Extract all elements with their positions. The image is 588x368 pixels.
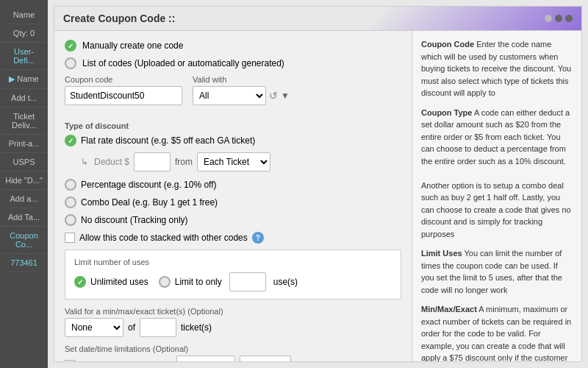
sidebar-item-usps[interactable]: USPS	[0, 153, 48, 171]
help-coupon-code-title: Coupon Code	[421, 40, 474, 49]
only-valid-label: Only valid starting after:	[79, 360, 172, 361]
help-limit-uses: Limit Uses You can limit the number of t…	[421, 247, 573, 296]
deduct-label: Deduct $	[94, 157, 129, 167]
coupon-input-row: Coupon code Valid with All ↺ ▼	[65, 75, 401, 113]
limit-to-label: Limit to only	[175, 277, 222, 287]
help-coupon-type-text2: Another option is to setup a combo deal …	[421, 180, 573, 241]
sidebar-item-coupon[interactable]: Coupon Co...	[0, 227, 48, 254]
radio-no-discount[interactable]: No discount (Tracking only)	[65, 214, 401, 226]
limit-section-title: Limit number of uses	[74, 258, 392, 266]
sidebar-item-add[interactable]: Add t...	[0, 89, 48, 107]
stacked-checkbox-row[interactable]: Allow this code to stacked with other co…	[65, 232, 401, 244]
sidebar-item-add-ta[interactable]: Add Ta...	[0, 208, 48, 227]
sidebar-item-user-def[interactable]: User-Defi...	[0, 43, 48, 70]
of-label: of	[128, 322, 135, 333]
sidebar-item-add2[interactable]: Add a...	[0, 190, 48, 208]
each-ticket-select[interactable]: Each Ticket	[197, 152, 270, 171]
modal-panel: Create Coupon Code :: Manually create on…	[54, 6, 582, 362]
date-limit-checkbox[interactable]	[65, 360, 75, 361]
minmax-select[interactable]: None	[65, 318, 123, 337]
sidebar-item-hide[interactable]: Hide "D..."	[0, 171, 48, 190]
stacked-checkbox[interactable]	[65, 233, 75, 243]
minmax-field: Valid for a min/max/exact ticket(s) (Opt…	[65, 307, 401, 337]
modal-body: Manually create one code List of codes (…	[54, 31, 581, 361]
radio-manually[interactable]: Manually create one code	[65, 40, 401, 52]
sidebar: Name Qty: 0 User-Defi... ▶ Name Add t...…	[0, 0, 48, 368]
radio-limit-to-circle[interactable]	[159, 276, 171, 288]
dot-1	[545, 15, 552, 22]
radio-unlimited-circle[interactable]	[74, 276, 86, 288]
unlimited-label: Unlimited uses	[90, 277, 148, 287]
sidebar-item-ticket-delivery[interactable]: Ticket Deliv...	[0, 107, 48, 135]
limit-row: Unlimited uses Limit to only use(s)	[74, 272, 392, 291]
help-coupon-type: Coupon Type A code can either deduct a s…	[421, 107, 573, 241]
main-content: Create Coupon Code :: Manually create on…	[48, 0, 588, 368]
radio-no-discount-label: No discount (Tracking only)	[81, 215, 188, 225]
tickets-label: ticket(s)	[181, 322, 212, 333]
radio-combo-circle[interactable]	[65, 197, 76, 208]
dot-3	[565, 15, 573, 22]
refresh-icon[interactable]: ↺	[269, 90, 278, 102]
arrow-icon: ▶	[9, 74, 15, 83]
time-select[interactable]: Time	[240, 355, 291, 361]
valid-with-select[interactable]: All	[193, 86, 266, 105]
valid-row: None of ticket(s)	[65, 318, 401, 337]
date-limit-label: Set date/time limitations (Optional)	[65, 344, 401, 353]
help-minmax-title: Min/Max/Exact	[421, 305, 477, 314]
date-limit-field: Set date/time limitations (Optional) Onl…	[65, 344, 401, 361]
help-area: Coupon Code Enter the code name which wi…	[412, 31, 581, 361]
deduct-row: ↳ Deduct $ from Each Ticket	[81, 152, 401, 171]
modal-header: Create Coupon Code ::	[54, 7, 581, 31]
limit-uses-section: Limit number of uses Unlimited uses Limi…	[65, 250, 401, 300]
form-area: Manually create one code List of codes (…	[54, 31, 412, 361]
radio-combo-label: Combo Deal (e.g. Buy 1 get 1 free)	[81, 197, 218, 208]
discount-type-label: Type of discount	[65, 121, 401, 130]
modal-title: Create Coupon Code ::	[63, 13, 175, 24]
radio-unlimited[interactable]: Unlimited uses	[74, 276, 148, 288]
sidebar-item-name[interactable]: Name	[0, 6, 48, 24]
radio-no-discount-circle[interactable]	[65, 214, 76, 226]
radio-list-label: List of codes (Uploaded or automatically…	[82, 58, 284, 68]
valid-with-field: Valid with All ↺ ▼	[193, 75, 290, 105]
help-coupon-type-title: Coupon Type	[421, 108, 472, 117]
help-coupon-code: Coupon Code Enter the code name which wi…	[421, 38, 573, 99]
uses-label: use(s)	[273, 277, 298, 287]
date-select[interactable]: Date	[176, 355, 235, 361]
radio-flat-rate-label: Flat rate discount (e.g. $5 off each GA …	[81, 135, 255, 146]
only-valid-row: Only valid starting after: Date Time	[65, 355, 401, 361]
sidebar-item-qty[interactable]: Qty: 0	[0, 24, 48, 43]
deduct-amount-input[interactable]	[134, 152, 171, 171]
help-minmax: Min/Max/Exact A minimum, maximum or exac…	[421, 303, 573, 361]
ticket-count-input[interactable]	[140, 318, 176, 337]
radio-percentage-circle[interactable]	[65, 179, 76, 191]
radio-flat-rate-circle[interactable]	[65, 135, 76, 146]
limit-value-input[interactable]	[229, 272, 266, 291]
minmax-label: Valid for a min/max/exact ticket(s) (Opt…	[65, 307, 401, 316]
from-label: from	[175, 157, 193, 167]
sidebar-item-print[interactable]: Print-a...	[0, 135, 48, 153]
coupon-code-label: Coupon code	[65, 75, 182, 84]
radio-list[interactable]: List of codes (Uploaded or automatically…	[65, 57, 401, 69]
stacked-label: Allow this code to stacked with other co…	[79, 233, 248, 243]
radio-list-circle[interactable]	[65, 57, 76, 69]
coupon-code-input[interactable]	[65, 86, 182, 105]
radio-combo[interactable]: Combo Deal (e.g. Buy 1 get 1 free)	[65, 197, 401, 208]
info-icon[interactable]: ?	[252, 232, 264, 244]
help-limit-uses-title: Limit Uses	[421, 249, 462, 258]
radio-percentage[interactable]: Percentage discount (e.g. 10% off)	[65, 179, 401, 191]
sidebar-item-id[interactable]: 773461	[0, 254, 48, 272]
modal-dots	[545, 15, 573, 22]
dot-2	[555, 15, 562, 22]
radio-percentage-label: Percentage discount (e.g. 10% off)	[81, 180, 217, 190]
valid-with-label: Valid with	[193, 75, 290, 84]
radio-flat-rate[interactable]: Flat rate discount (e.g. $5 off each GA …	[65, 135, 401, 146]
radio-manually-label: Manually create one code	[82, 40, 183, 51]
radio-manually-circle[interactable]	[65, 40, 76, 52]
deduct-arrow-icon: ↳	[81, 157, 88, 167]
sidebar-item-name2[interactable]: ▶ Name	[0, 70, 48, 89]
radio-limit-to[interactable]: Limit to only use(s)	[159, 272, 298, 291]
coupon-code-field: Coupon code	[65, 75, 182, 105]
dropdown-arrow-icon[interactable]: ▼	[281, 91, 290, 101]
